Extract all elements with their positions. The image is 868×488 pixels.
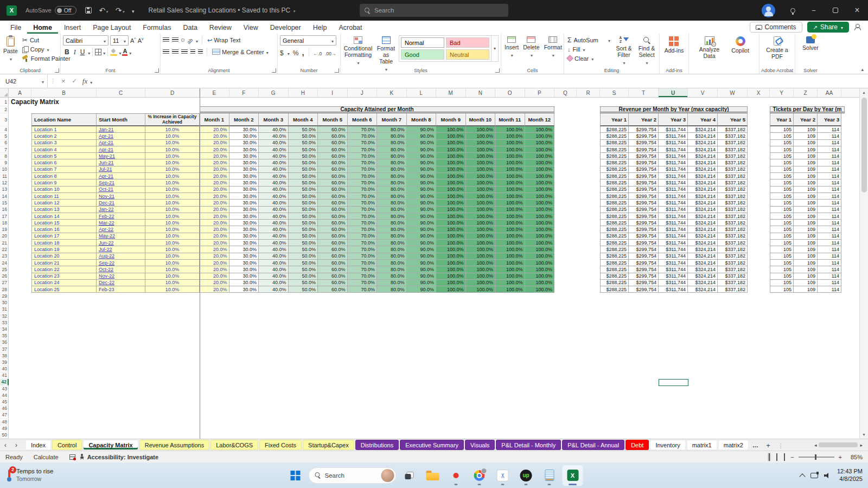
grid-cell[interactable] — [554, 280, 600, 286]
grid-cell[interactable] — [554, 286, 600, 293]
month-capacity-cell[interactable]: 100.0% — [466, 240, 496, 246]
row-header-50[interactable]: 50 — [0, 432, 9, 438]
grid-cell[interactable] — [9, 266, 31, 273]
increase-cell[interactable]: 10.0% — [145, 173, 200, 179]
qat-customize-button[interactable] — [132, 5, 135, 15]
month-capacity-cell[interactable]: 100.0% — [525, 200, 555, 206]
month-capacity-cell[interactable]: 30.0% — [229, 286, 259, 293]
presence-people-icon[interactable] — [854, 24, 861, 30]
month-header[interactable]: Month 1 — [200, 113, 229, 126]
month-capacity-cell[interactable]: 30.0% — [229, 173, 259, 179]
month-capacity-cell[interactable]: 60.0% — [318, 220, 348, 226]
month-capacity-cell[interactable]: 70.0% — [348, 173, 378, 179]
month-capacity-cell[interactable]: 90.0% — [407, 179, 437, 186]
zoom-slider[interactable] — [799, 457, 834, 458]
month-capacity-cell[interactable]: 90.0% — [407, 220, 437, 226]
month-capacity-cell[interactable]: 100.0% — [495, 153, 525, 159]
month-capacity-cell[interactable]: 80.0% — [377, 193, 407, 200]
orientation-button[interactable] — [187, 35, 193, 45]
column-header-N[interactable]: N — [466, 88, 496, 97]
increase-cell[interactable]: 10.0% — [145, 146, 200, 153]
weather-widget[interactable]: 2 Temps to riseTomorrow — [7, 468, 53, 482]
start-month-cell[interactable]: Feb-22 — [97, 213, 145, 220]
bold-button[interactable]: B — [63, 48, 71, 56]
month-capacity-cell[interactable]: 80.0% — [377, 200, 407, 206]
revenue-cell[interactable]: $288,225 — [600, 266, 629, 273]
month-capacity-cell[interactable]: 60.0% — [318, 280, 348, 286]
revenue-cell[interactable]: $288,225 — [600, 133, 629, 139]
grid-cell[interactable] — [748, 260, 770, 266]
revenue-cell[interactable]: $299,754 — [629, 226, 659, 233]
ribbon-tab-view[interactable]: View — [238, 22, 264, 34]
month-header[interactable]: Month 9 — [436, 113, 466, 126]
scroll-up-icon[interactable] — [860, 88, 868, 97]
revenue-cell[interactable]: $337,182 — [718, 260, 748, 266]
sheet-title-cell[interactable]: Capacity Matrix — [9, 98, 200, 106]
row-header-33[interactable]: 33 — [0, 319, 9, 326]
month-capacity-cell[interactable]: 20.0% — [200, 246, 229, 253]
month-capacity-cell[interactable]: 60.0% — [318, 187, 348, 193]
month-capacity-cell[interactable]: 100.0% — [436, 213, 466, 220]
revenue-cell[interactable]: $288,225 — [600, 233, 629, 240]
grid-cell[interactable] — [9, 273, 31, 280]
revenue-cell[interactable]: $311,744 — [659, 187, 688, 193]
month-capacity-cell[interactable]: 100.0% — [466, 260, 496, 266]
start-month-cell[interactable]: Jun-21 — [97, 159, 145, 166]
increase-cell[interactable]: 10.0% — [145, 253, 200, 260]
grid-cell[interactable] — [554, 273, 600, 280]
revenue-cell[interactable]: $288,225 — [600, 253, 629, 260]
increase-cell[interactable]: 10.0% — [145, 260, 200, 266]
delete-cells-button[interactable]: Delete — [522, 35, 540, 59]
column-header-P[interactable]: P — [525, 88, 555, 97]
revenue-cell[interactable]: $299,754 — [629, 146, 659, 153]
month-capacity-cell[interactable]: 100.0% — [525, 213, 555, 220]
revenue-cell[interactable]: $299,754 — [629, 240, 659, 246]
month-capacity-cell[interactable]: 70.0% — [348, 233, 378, 240]
revenue-cell[interactable]: $311,744 — [659, 166, 688, 173]
sheet-nav-right-icon[interactable] — [11, 441, 22, 448]
revenue-cell[interactable]: $288,225 — [600, 179, 629, 186]
month-capacity-cell[interactable]: 20.0% — [200, 146, 229, 153]
start-month-cell[interactable]: Mar-22 — [97, 220, 145, 226]
month-capacity-cell[interactable]: 40.0% — [259, 159, 289, 166]
revenue-cell[interactable]: $324,214 — [688, 253, 718, 260]
month-capacity-cell[interactable]: 100.0% — [436, 133, 466, 139]
month-capacity-cell[interactable]: 50.0% — [289, 273, 318, 280]
month-capacity-cell[interactable]: 100.0% — [495, 193, 525, 200]
grid-cell[interactable] — [9, 260, 31, 266]
month-capacity-cell[interactable]: 100.0% — [525, 226, 555, 233]
account-avatar[interactable] — [762, 4, 775, 17]
month-capacity-cell[interactable]: 100.0% — [436, 260, 466, 266]
grid-cell[interactable] — [9, 173, 31, 179]
month-capacity-cell[interactable]: 50.0% — [289, 240, 318, 246]
revenue-cell[interactable]: $288,225 — [600, 286, 629, 293]
column-header-E[interactable]: E — [200, 88, 229, 97]
ticket-cell[interactable]: 105 — [770, 153, 794, 159]
font-size-combo[interactable]: 11 — [110, 35, 129, 46]
month-capacity-cell[interactable]: 60.0% — [318, 166, 348, 173]
month-capacity-cell[interactable]: 20.0% — [200, 126, 229, 133]
zoom-out-button[interactable] — [790, 454, 794, 460]
month-capacity-cell[interactable]: 80.0% — [377, 266, 407, 273]
month-capacity-cell[interactable]: 40.0% — [259, 146, 289, 153]
sheet-tab-distributions[interactable]: Distributions — [355, 440, 399, 450]
decrease-indent-button[interactable] — [190, 49, 195, 55]
month-capacity-cell[interactable]: 50.0% — [289, 207, 318, 213]
revenue-cell[interactable]: $337,182 — [718, 126, 748, 133]
month-capacity-cell[interactable]: 100.0% — [466, 266, 496, 273]
ribbon-tab-home[interactable]: Home — [27, 22, 58, 34]
month-capacity-cell[interactable]: 90.0% — [407, 207, 437, 213]
month-capacity-cell[interactable]: 30.0% — [229, 260, 259, 266]
month-capacity-cell[interactable]: 20.0% — [200, 253, 229, 260]
grid-cell[interactable] — [554, 159, 600, 166]
row-header-26[interactable]: 26 — [0, 273, 9, 280]
increase-header[interactable]: % Increase in Capacity Achieved — [145, 113, 200, 126]
solver-button[interactable]: Solver — [801, 35, 820, 52]
ticket-cell[interactable]: 114 — [818, 220, 841, 226]
revenue-cell[interactable]: $324,214 — [688, 266, 718, 273]
revenue-cell[interactable]: $324,214 — [688, 246, 718, 253]
grid-cell[interactable] — [9, 106, 200, 113]
month-capacity-cell[interactable]: 70.0% — [348, 159, 378, 166]
grid-cell[interactable] — [554, 207, 600, 213]
ribbon-tab-file[interactable]: File — [4, 22, 27, 34]
